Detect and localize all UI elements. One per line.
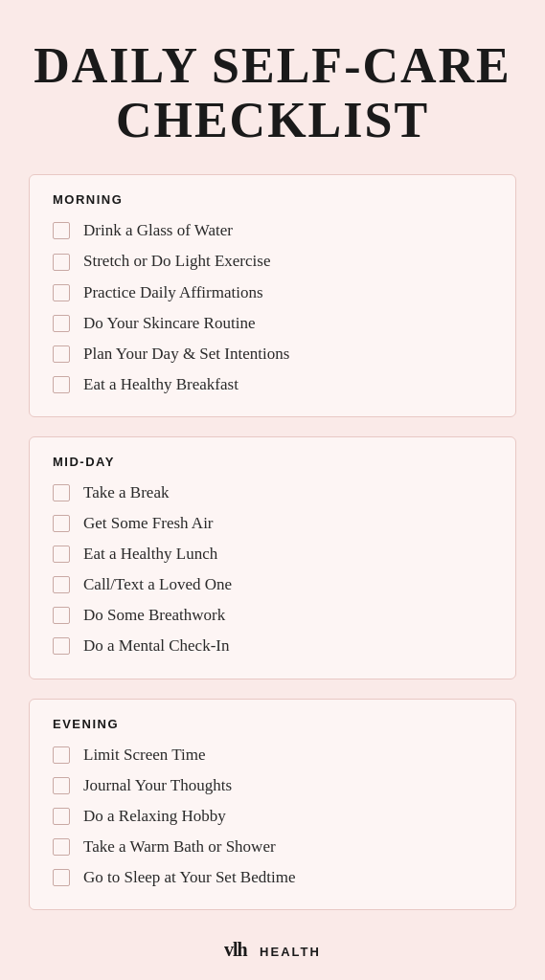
list-item: Go to Sleep at Your Set Bedtime: [53, 867, 492, 888]
item-label: Drink a Glass of Water: [83, 220, 233, 241]
list-item: Eat a Healthy Breakfast: [53, 374, 492, 395]
list-item: Get Some Fresh Air: [53, 513, 492, 534]
item-label: Limit Screen Time: [83, 745, 206, 766]
item-label: Stretch or Do Light Exercise: [83, 251, 270, 272]
checklist-evening: Limit Screen TimeJournal Your ThoughtsDo…: [53, 745, 492, 888]
checkbox-midday-1[interactable]: [53, 515, 70, 532]
checkbox-morning-1[interactable]: [53, 254, 70, 271]
item-label: Eat a Healthy Lunch: [83, 544, 217, 565]
vlh-svg-icon: vlh: [224, 939, 255, 960]
list-item: Do a Relaxing Hobby: [53, 806, 492, 827]
svg-text:vlh: vlh: [224, 939, 248, 960]
logo-icon: vlh: [224, 939, 255, 966]
section-label-evening: EVENING: [53, 717, 492, 731]
checkbox-evening-2[interactable]: [53, 808, 70, 825]
sections-container: MORNINGDrink a Glass of WaterStretch or …: [29, 174, 516, 929]
list-item: Do Your Skincare Routine: [53, 313, 492, 334]
item-label: Take a Break: [83, 482, 169, 503]
section-morning: MORNINGDrink a Glass of WaterStretch or …: [29, 174, 516, 417]
footer-logo: vlh HEALTH: [224, 939, 321, 966]
list-item: Practice Daily Affirmations: [53, 282, 492, 303]
checkbox-morning-0[interactable]: [53, 222, 70, 239]
section-label-midday: MID-DAY: [53, 455, 492, 469]
page-title: DAILY SELF-CARE CHECKLIST: [34, 38, 511, 147]
checkbox-morning-3[interactable]: [53, 315, 70, 332]
checkbox-midday-4[interactable]: [53, 607, 70, 624]
list-item: Take a Break: [53, 482, 492, 503]
list-item: Do a Mental Check-In: [53, 635, 492, 657]
title-section: DAILY SELF-CARE CHECKLIST: [34, 38, 511, 147]
checkbox-evening-3[interactable]: [53, 838, 70, 856]
checklist-morning: Drink a Glass of WaterStretch or Do Ligh…: [53, 220, 492, 395]
checkbox-midday-2[interactable]: [53, 546, 70, 563]
item-label: Do a Relaxing Hobby: [83, 806, 226, 827]
checkbox-morning-5[interactable]: [53, 376, 70, 393]
item-label: Practice Daily Affirmations: [83, 282, 263, 303]
item-label: Plan Your Day & Set Intentions: [83, 344, 289, 365]
section-midday: MID-DAYTake a BreakGet Some Fresh AirEat…: [29, 436, 516, 679]
list-item: Journal Your Thoughts: [53, 775, 492, 796]
checkbox-evening-1[interactable]: [53, 777, 70, 794]
list-item: Take a Warm Bath or Shower: [53, 836, 492, 858]
item-label: Take a Warm Bath or Shower: [83, 836, 276, 858]
item-label: Do Some Breathwork: [83, 605, 225, 626]
list-item: Drink a Glass of Water: [53, 220, 492, 241]
item-label: Call/Text a Loved One: [83, 574, 232, 595]
item-label: Do Your Skincare Routine: [83, 313, 255, 334]
section-evening: EVENINGLimit Screen TimeJournal Your Tho…: [29, 699, 516, 910]
checkbox-morning-4[interactable]: [53, 345, 70, 363]
list-item: Plan Your Day & Set Intentions: [53, 344, 492, 365]
footer: vlh HEALTH: [224, 939, 321, 966]
item-label: Do a Mental Check-In: [83, 635, 229, 657]
checkbox-midday-5[interactable]: [53, 637, 70, 655]
list-item: Stretch or Do Light Exercise: [53, 251, 492, 272]
checkbox-evening-4[interactable]: [53, 869, 70, 886]
footer-logo-text: HEALTH: [260, 945, 321, 959]
checkbox-morning-2[interactable]: [53, 284, 70, 301]
checklist-midday: Take a BreakGet Some Fresh AirEat a Heal…: [53, 482, 492, 657]
item-label: Journal Your Thoughts: [83, 775, 232, 796]
section-label-morning: MORNING: [53, 192, 492, 207]
list-item: Eat a Healthy Lunch: [53, 544, 492, 565]
item-label: Go to Sleep at Your Set Bedtime: [83, 867, 295, 888]
list-item: Call/Text a Loved One: [53, 574, 492, 595]
list-item: Do Some Breathwork: [53, 605, 492, 626]
checkbox-midday-3[interactable]: [53, 576, 70, 593]
checkbox-evening-0[interactable]: [53, 746, 70, 764]
item-label: Get Some Fresh Air: [83, 513, 214, 534]
item-label: Eat a Healthy Breakfast: [83, 374, 238, 395]
checkbox-midday-0[interactable]: [53, 484, 70, 501]
list-item: Limit Screen Time: [53, 745, 492, 766]
